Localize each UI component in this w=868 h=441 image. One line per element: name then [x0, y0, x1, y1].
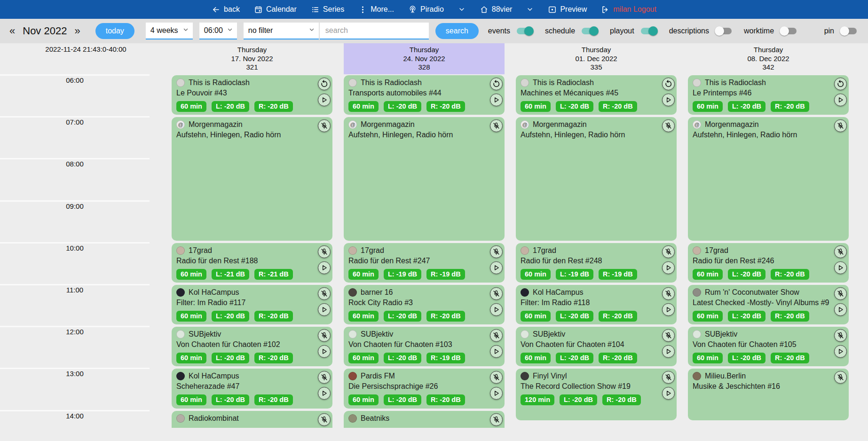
range-select[interactable]: 4 weeks — [146, 23, 193, 39]
event-card[interactable]: barner 16Rock City Radio #360 minL: -20 … — [344, 285, 505, 324]
day-header-01-dec-2022[interactable]: Thursday01. Dec 2022335 — [516, 43, 677, 74]
playout-toggle[interactable] — [641, 28, 657, 34]
filter-select[interactable]: no filter — [244, 23, 319, 39]
nav-preview[interactable]: Preview — [548, 5, 587, 14]
play-icon[interactable] — [834, 261, 847, 274]
mic-off-icon[interactable] — [662, 329, 675, 342]
play-icon[interactable] — [662, 261, 675, 274]
event-card[interactable]: @MorgenmagazinAufstehn, Hinlegen, Radio … — [344, 117, 505, 241]
search-button[interactable]: search — [435, 23, 479, 39]
event-card[interactable]: 17gradRadio für den Rest #24860 minL: -1… — [516, 243, 677, 283]
play-icon[interactable] — [318, 303, 331, 316]
event-card[interactable]: SUBjektivVon Chaoten für Chaoten #10260 … — [172, 327, 332, 366]
event-card[interactable]: Radiokombinat — [172, 411, 332, 428]
event-card[interactable]: This is RadioclashLe Printemps #4660 min… — [688, 75, 849, 115]
day-header-17-nov-2022[interactable]: Thursday17. Nov 2022321 — [172, 43, 332, 74]
play-icon[interactable] — [834, 303, 847, 316]
event-card[interactable]: Kol HaCampusFilter: Im Radio #11860 minL… — [516, 285, 677, 324]
event-card[interactable]: Rum 'n' Coconutwater ShowLatest Checked … — [688, 285, 849, 324]
mic-off-icon[interactable] — [490, 287, 503, 300]
play-icon[interactable] — [318, 261, 331, 274]
play-icon[interactable] — [318, 94, 331, 106]
mic-off-icon[interactable] — [834, 245, 847, 258]
play-icon[interactable] — [490, 94, 503, 106]
schedule-toggle[interactable] — [582, 28, 598, 34]
event-card[interactable]: SUBjektivVon Chaoten für Chaoten #10560 … — [688, 327, 849, 366]
mic-off-icon[interactable] — [834, 287, 847, 300]
search-input[interactable] — [320, 23, 429, 39]
mic-off-icon[interactable] — [318, 119, 331, 132]
prev-month-button[interactable]: « — [7, 25, 18, 37]
88vier-dropdown-chevron[interactable] — [526, 6, 534, 13]
back-button[interactable]: back — [212, 5, 240, 14]
play-icon[interactable] — [490, 387, 503, 400]
mic-off-icon[interactable] — [834, 371, 847, 384]
play-icon[interactable] — [662, 94, 675, 106]
mic-off-icon[interactable] — [318, 287, 331, 300]
mic-off-icon[interactable] — [490, 413, 503, 426]
mic-off-icon[interactable] — [662, 119, 675, 132]
mic-off-icon[interactable] — [662, 287, 675, 300]
play-icon[interactable] — [490, 303, 503, 316]
replay-icon[interactable] — [318, 78, 331, 90]
play-icon[interactable] — [662, 387, 675, 400]
nav-calendar[interactable]: Calendar — [254, 5, 297, 14]
mic-off-icon[interactable] — [834, 329, 847, 342]
nav-more[interactable]: More... — [358, 5, 394, 14]
next-month-button[interactable]: » — [71, 25, 83, 37]
nav-station-88vier[interactable]: 88vier — [480, 5, 513, 14]
worktime-toggle[interactable] — [781, 28, 797, 34]
current-month-label: Nov 2022 — [23, 25, 67, 37]
mic-off-icon[interactable] — [318, 413, 331, 426]
play-icon[interactable] — [662, 303, 675, 316]
mic-off-icon[interactable] — [318, 329, 331, 342]
descriptions-toggle[interactable] — [716, 28, 732, 34]
event-card[interactable]: SUBjektivVon Chaoten für Chaoten #10360 … — [344, 327, 505, 366]
event-card[interactable]: 17gradRadio für den Rest #24660 minL: -2… — [688, 243, 849, 283]
event-card[interactable]: @MorgenmagazinAufstehn, Hinlegen, Radio … — [688, 117, 849, 241]
start-time-select[interactable]: 06:00 — [199, 23, 237, 39]
play-icon[interactable] — [834, 94, 847, 106]
events-toggle[interactable] — [517, 28, 533, 34]
replay-icon[interactable] — [490, 78, 503, 90]
nav-series[interactable]: Series — [311, 5, 344, 14]
event-card[interactable]: Pardis FMDie Persischsprachige #2660 min… — [344, 369, 505, 408]
event-card[interactable]: This is RadioclashMachines et Mécaniques… — [516, 75, 677, 115]
play-icon[interactable] — [662, 345, 675, 358]
play-icon[interactable] — [490, 345, 503, 358]
today-button[interactable]: today — [95, 23, 134, 39]
event-card[interactable]: This is RadioclashLe Pouvoir #4360 minL:… — [172, 75, 332, 115]
mic-off-icon[interactable] — [318, 371, 331, 384]
event-card[interactable]: Milieu.BerlinMusike & Jeschichten #16 — [688, 369, 849, 420]
play-icon[interactable] — [318, 345, 331, 358]
pin-toggle[interactable] — [841, 28, 857, 34]
logout-button[interactable]: milan Logout — [601, 5, 656, 14]
day-header-08-dec-2022[interactable]: Thursday08. Dec 2022342 — [688, 43, 849, 74]
mic-off-icon[interactable] — [490, 329, 503, 342]
event-card[interactable]: SUBjektivVon Chaoten für Chaoten #10460 … — [516, 327, 677, 366]
event-card[interactable]: Beatniks — [344, 411, 505, 428]
mic-off-icon[interactable] — [662, 245, 675, 258]
mic-off-icon[interactable] — [490, 245, 503, 258]
event-card[interactable]: Kol HaCampusScheherazade #4760 minL: -20… — [172, 369, 332, 408]
play-icon[interactable] — [834, 345, 847, 358]
event-card[interactable]: @MorgenmagazinAufstehn, Hinlegen, Radio … — [172, 117, 332, 241]
event-card[interactable]: Kol HaCampusFilter: Im Radio #11760 minL… — [172, 285, 332, 324]
mic-off-icon[interactable] — [490, 371, 503, 384]
day-header-24-nov-2022[interactable]: Thursday24. Nov 2022328 — [344, 43, 505, 74]
nav-station-piradio[interactable]: Piradio — [408, 5, 444, 14]
mic-off-icon[interactable] — [662, 371, 675, 384]
piradio-dropdown-chevron[interactable] — [458, 6, 466, 13]
mic-off-icon[interactable] — [834, 119, 847, 132]
replay-icon[interactable] — [662, 78, 675, 90]
mic-off-icon[interactable] — [490, 119, 503, 132]
replay-icon[interactable] — [834, 78, 847, 90]
play-icon[interactable] — [318, 387, 331, 400]
mic-off-icon[interactable] — [318, 245, 331, 258]
event-card[interactable]: 17gradRadio für den Rest #18860 minL: -2… — [172, 243, 332, 283]
event-card[interactable]: @MorgenmagazinAufstehn, Hinlegen, Radio … — [516, 117, 677, 241]
play-icon[interactable] — [490, 261, 503, 274]
event-card[interactable]: 17gradRadio für den Rest #24760 minL: -1… — [344, 243, 505, 283]
event-card[interactable]: Finyl VinylThe Record Collection Show #1… — [516, 369, 677, 420]
event-card[interactable]: This is RadioclashTransports automobiles… — [344, 75, 505, 115]
